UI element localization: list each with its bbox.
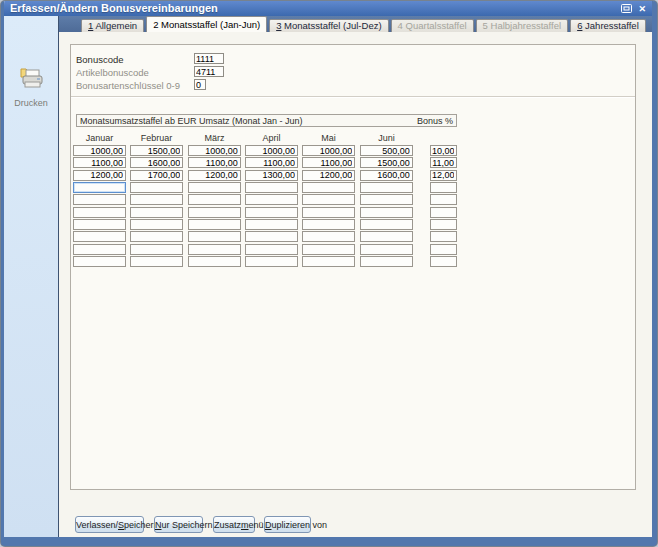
- staffel-cell-r5-c1[interactable]: [130, 207, 183, 218]
- staffel-cell-r3-c2[interactable]: [188, 182, 241, 193]
- verlassen-speichern-button[interactable]: Verlassen/Speichern: [75, 516, 144, 533]
- staffel-cell-r4-c5[interactable]: [360, 194, 413, 205]
- staffel-cell-r3-c5[interactable]: [360, 182, 413, 193]
- bonuscode-field[interactable]: [194, 53, 224, 64]
- staffel-cell-r2-c3[interactable]: [245, 170, 298, 181]
- tab-monatsstaffel-jul-dez[interactable]: 3 Monatsstaffel (Jul-Dez): [269, 19, 388, 32]
- staffel-cell-r7-c0[interactable]: [73, 231, 126, 242]
- staffel-cell-r8-c2[interactable]: [188, 244, 241, 255]
- main-area: 1 Allgemein 2 Monatsstaffel (Jan-Jun) 3 …: [58, 16, 652, 537]
- staffel-cell-r2-c2[interactable]: [188, 170, 241, 181]
- duplizieren-von-button[interactable]: Duplizieren von: [264, 516, 311, 533]
- staffel-cell-r9-c5[interactable]: [360, 256, 413, 267]
- staffel-bonus-r6[interactable]: [430, 219, 457, 230]
- staffel-cell-r8-c0[interactable]: [73, 244, 126, 255]
- staffel-cell-r1-c3[interactable]: [245, 157, 298, 168]
- staffel-cell-r0-c0[interactable]: [73, 145, 126, 156]
- staffel-cell-r6-c5[interactable]: [360, 219, 413, 230]
- staffel-cell-r5-c3[interactable]: [245, 207, 298, 218]
- tab-monatsstaffel-jan-jun[interactable]: 2 Monatsstaffel (Jan-Jun): [146, 16, 267, 32]
- staffel-bonus-r7[interactable]: [430, 231, 457, 242]
- restore-icon[interactable]: [621, 3, 632, 15]
- staffel-cell-r6-c2[interactable]: [188, 219, 241, 230]
- column-header-maerz: März: [188, 133, 241, 143]
- artikelbonuscode-label: Artikelbonuscode: [76, 67, 149, 78]
- staffel-cell-r5-c5[interactable]: [360, 207, 413, 218]
- staffel-cell-r7-c3[interactable]: [245, 231, 298, 242]
- staffel-cell-r4-c2[interactable]: [188, 194, 241, 205]
- tab-halbjahresstaffel: 5 Halbjahresstaffel: [476, 19, 569, 32]
- grid-row: [71, 256, 635, 267]
- staffel-cell-r8-c4[interactable]: [302, 244, 355, 255]
- tab-jahresstaffel[interactable]: 6 Jahresstaffel: [570, 19, 646, 32]
- staffel-bonus-r2[interactable]: [430, 170, 457, 181]
- staffel-cell-r4-c0[interactable]: [73, 194, 126, 205]
- staffel-cell-r4-c1[interactable]: [130, 194, 183, 205]
- close-icon[interactable]: ✕: [638, 3, 646, 15]
- staffel-cell-r7-c4[interactable]: [302, 231, 355, 242]
- staffel-cell-r5-c4[interactable]: [302, 207, 355, 218]
- staffel-cell-r0-c4[interactable]: [302, 145, 355, 156]
- tab-page-monatsstaffel: Bonuscode Artikelbonuscode Bonusartensch…: [59, 32, 652, 537]
- zusatzmenu-button[interactable]: Zusatzmenü: [213, 516, 255, 533]
- tab-allgemein[interactable]: 1 Allgemein: [81, 19, 144, 32]
- staffel-cell-r0-c3[interactable]: [245, 145, 298, 156]
- nur-speichern-button[interactable]: Nur Speichern: [154, 516, 203, 533]
- artikelbonuscode-field[interactable]: [194, 66, 224, 77]
- staffel-cell-r5-c0[interactable]: [73, 207, 126, 218]
- staffel-cell-r3-c0[interactable]: [73, 182, 126, 193]
- column-header-februar: Februar: [130, 133, 183, 143]
- bonuscode-label: Bonuscode: [76, 54, 124, 65]
- staffel-cell-r7-c5[interactable]: [360, 231, 413, 242]
- staffel-cell-r7-c1[interactable]: [130, 231, 183, 242]
- staffel-cell-r3-c3[interactable]: [245, 182, 298, 193]
- staffel-cell-r6-c1[interactable]: [130, 219, 183, 230]
- staffel-cell-r9-c2[interactable]: [188, 256, 241, 267]
- staffel-cell-r2-c5[interactable]: [360, 170, 413, 181]
- staffel-cell-r1-c0[interactable]: [73, 157, 126, 168]
- form-panel: Bonuscode Artikelbonuscode Bonusartensch…: [70, 44, 636, 490]
- staffel-cell-r7-c2[interactable]: [188, 231, 241, 242]
- staffel-cell-r9-c0[interactable]: [73, 256, 126, 267]
- grid-row: [71, 219, 635, 230]
- bonusartenschluessel-label: Bonusartenschlüssel 0-9: [76, 80, 180, 91]
- bonusartenschluessel-field[interactable]: [194, 79, 206, 90]
- staffel-cell-r2-c4[interactable]: [302, 170, 355, 181]
- staffel-cell-r2-c1[interactable]: [130, 170, 183, 181]
- staffel-cell-r0-c5[interactable]: [360, 145, 413, 156]
- staffel-cell-r6-c0[interactable]: [73, 219, 126, 230]
- staffel-header-title: Monatsumsatzstaffel ab EUR Umsatz (Monat…: [80, 116, 302, 126]
- staffel-cell-r8-c3[interactable]: [245, 244, 298, 255]
- tab-quartalsstaffel: 4 Quartalsstaffel: [391, 19, 474, 32]
- staffel-bonus-r4[interactable]: [430, 194, 457, 205]
- print-command[interactable]: Drucken: [4, 66, 58, 108]
- grid-row: [71, 194, 635, 205]
- staffel-cell-r1-c5[interactable]: [360, 157, 413, 168]
- staffel-cell-r8-c1[interactable]: [130, 244, 183, 255]
- staffel-cell-r8-c5[interactable]: [360, 244, 413, 255]
- staffel-bonus-r3[interactable]: [430, 182, 457, 193]
- staffel-cell-r3-c1[interactable]: [130, 182, 183, 193]
- staffel-cell-r0-c2[interactable]: [188, 145, 241, 156]
- staffel-cell-r6-c4[interactable]: [302, 219, 355, 230]
- staffel-cell-r2-c0[interactable]: [73, 170, 126, 181]
- staffel-cell-r1-c1[interactable]: [130, 157, 183, 168]
- staffel-cell-r9-c4[interactable]: [302, 256, 355, 267]
- staffel-bonus-r5[interactable]: [430, 207, 457, 218]
- staffel-cell-r4-c4[interactable]: [302, 194, 355, 205]
- staffel-cell-r1-c2[interactable]: [188, 157, 241, 168]
- column-header-mai: Mai: [302, 133, 355, 143]
- staffel-bonus-r0[interactable]: [430, 145, 457, 156]
- staffel-cell-r3-c4[interactable]: [302, 182, 355, 193]
- staffel-bonus-r8[interactable]: [430, 244, 457, 255]
- staffel-cell-r6-c3[interactable]: [245, 219, 298, 230]
- staffel-cell-r1-c4[interactable]: [302, 157, 355, 168]
- staffel-cell-r4-c3[interactable]: [245, 194, 298, 205]
- staffel-bonus-r1[interactable]: [430, 157, 457, 168]
- staffel-bonus-r9[interactable]: [430, 256, 457, 267]
- staffel-cell-r5-c2[interactable]: [188, 207, 241, 218]
- staffel-cell-r9-c1[interactable]: [130, 256, 183, 267]
- sidebar: Drucken: [4, 16, 58, 537]
- staffel-cell-r9-c3[interactable]: [245, 256, 298, 267]
- staffel-cell-r0-c1[interactable]: [130, 145, 183, 156]
